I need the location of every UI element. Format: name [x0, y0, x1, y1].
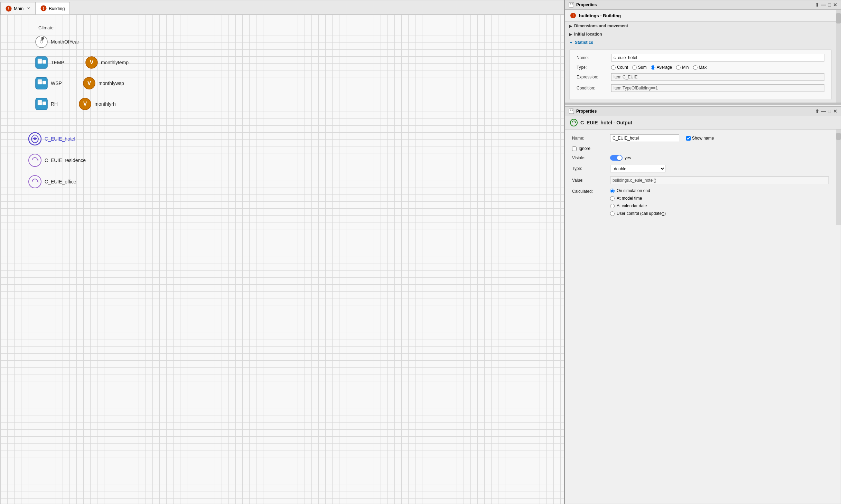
svg-rect-10: [43, 60, 46, 64]
properties-bottom-icon3[interactable]: □: [828, 108, 831, 114]
properties-panel-icon: [569, 2, 574, 8]
buildings-title: buildings - Building: [579, 13, 621, 18]
properties-bottom-title: Properties: [576, 109, 597, 114]
type-sum[interactable]: Sum: [632, 65, 647, 70]
statistics-name-input[interactable]: [611, 54, 824, 61]
properties-top-icon1[interactable]: ⬆: [815, 2, 819, 8]
svg-text:!: !: [8, 7, 9, 11]
tab-building[interactable]: ! Building: [35, 2, 70, 15]
statistics-expression-input[interactable]: [611, 73, 824, 81]
dimensions-section-header[interactable]: Dimensions and movement: [565, 22, 836, 30]
canvas-item-monthlyrh[interactable]: V monthlyrh: [78, 97, 115, 111]
output-value-input[interactable]: [610, 177, 829, 184]
wsp-icon: [35, 77, 48, 90]
tab-main-close[interactable]: ✕: [27, 6, 30, 11]
output-c-euie-residence[interactable]: C_EUIE_residence: [28, 153, 550, 167]
tab-main[interactable]: ! Main ✕: [0, 2, 35, 15]
output-name-input[interactable]: [610, 134, 679, 142]
output-c-euie-office[interactable]: C_EUIE_office: [28, 175, 550, 189]
statistics-type-row: Type: Count Sum Average: [577, 65, 824, 70]
toggle-thumb: [617, 155, 622, 160]
canvas-item-monthlywsp[interactable]: V monthlywsp: [83, 77, 124, 90]
properties-top-icon2[interactable]: —: [821, 2, 826, 8]
properties-top-scrollbar[interactable]: [836, 10, 841, 103]
properties-bottom-icon1[interactable]: ⬆: [815, 108, 819, 114]
ignore-label: Ignore: [579, 146, 590, 151]
monthlywsp-label: monthlywsp: [99, 80, 124, 86]
output-type-select[interactable]: double int boolean String: [610, 165, 665, 172]
type-count[interactable]: Count: [611, 65, 628, 70]
svg-rect-14: [38, 79, 42, 84]
type-max[interactable]: Max: [693, 65, 707, 70]
canvas-row-wsp: WSP V monthlywsp: [35, 77, 550, 90]
svg-text:V: V: [90, 59, 94, 65]
show-name-label: Show name: [692, 136, 714, 141]
properties-top-icon3[interactable]: □: [828, 2, 831, 8]
output-c-euie-hotel[interactable]: C_EUIE_hotel: [28, 132, 550, 146]
statistics-type-radio-group: Count Sum Average Min: [611, 65, 707, 70]
canvas-item-wsp[interactable]: WSP: [35, 77, 62, 90]
tab-bar: ! Main ✕ ! Building: [0, 0, 564, 15]
c-euie-residence-label: C_EUIE_residence: [45, 158, 86, 163]
tab-building-label: Building: [49, 6, 65, 11]
ignore-checkbox[interactable]: [572, 146, 577, 151]
c-euie-residence-icon: [28, 153, 42, 167]
svg-text:!: !: [43, 6, 44, 10]
initial-location-section-header[interactable]: Initial location: [565, 30, 836, 38]
properties-bottom-body: Name: Show name Ignore Visi: [565, 130, 841, 225]
calc-at-model-time[interactable]: At model time: [610, 196, 666, 201]
ignore-row[interactable]: Ignore: [572, 146, 829, 151]
calc-on-sim-end[interactable]: On simulation end: [610, 188, 666, 193]
visible-label: Visible:: [572, 155, 607, 160]
monthofyear-icon: [35, 35, 48, 48]
properties-top-header-icons: ⬆ — □ ✕: [815, 2, 837, 8]
statistics-name-row: Name:: [577, 54, 824, 61]
type-average[interactable]: Average: [651, 65, 672, 70]
svg-rect-37: [572, 3, 573, 4]
calc-user-control[interactable]: User control (call update()): [610, 211, 666, 216]
canvas-item-rh[interactable]: RH: [35, 97, 58, 111]
visible-toggle[interactable]: yes: [610, 155, 631, 161]
wsp-label: WSP: [51, 80, 62, 86]
buildings-title-icon: !: [570, 12, 576, 19]
canvas-item-temp[interactable]: TEMP: [35, 56, 64, 69]
canvas-item-monthofyear[interactable]: MonthOfYear: [35, 35, 550, 48]
statistics-section-header[interactable]: Statistics: [565, 38, 836, 47]
canvas-panel: ! Main ✕ ! Building Climate: [0, 0, 564, 504]
calc-at-calendar-date[interactable]: At calendar date: [610, 203, 666, 208]
properties-top-close[interactable]: ✕: [833, 2, 837, 8]
svg-rect-21: [38, 100, 42, 105]
output-name-label: Name:: [572, 136, 607, 141]
svg-point-5: [40, 40, 43, 43]
properties-bottom-icon2[interactable]: —: [821, 108, 826, 114]
output-name-row: Name: Show name: [572, 134, 829, 142]
main-tab-icon: !: [6, 6, 12, 12]
output-title-row: C_EUIE_hotel - Output: [565, 116, 841, 130]
svg-text:!: !: [572, 14, 573, 18]
output-value-row: Value:: [572, 177, 829, 184]
visible-value: yes: [625, 155, 631, 160]
show-name-checkbox[interactable]: [686, 136, 691, 141]
statistics-condition-input[interactable]: [611, 84, 824, 92]
properties-top-header-left: Properties: [569, 2, 597, 8]
svg-point-29: [29, 154, 41, 167]
toggle-track[interactable]: [610, 155, 623, 161]
calculated-label: Calculated:: [572, 188, 607, 194]
monthlyrh-label: monthlyrh: [94, 101, 115, 107]
properties-bottom-panel-icon: [569, 108, 574, 114]
canvas-row-rh: RH V monthlyrh: [35, 97, 550, 111]
calculated-row: Calculated: On simulation end At model t…: [572, 188, 829, 216]
properties-panel: Properties ⬆ — □ ✕ !: [564, 0, 841, 504]
output-value-label: Value:: [572, 178, 607, 183]
svg-text:V: V: [83, 101, 87, 107]
canvas-item-monthlytemp[interactable]: V monthlytemp: [85, 56, 129, 69]
c-euie-hotel-icon: [28, 132, 42, 146]
initial-location-label: Initial location: [574, 32, 602, 37]
canvas-row-temp: TEMP V monthlytemp: [35, 56, 550, 69]
tab-main-label: Main: [14, 6, 24, 11]
properties-bottom-close[interactable]: ✕: [833, 108, 837, 114]
type-min[interactable]: Min: [676, 65, 689, 70]
statistics-arrow: [569, 41, 573, 45]
show-name-row[interactable]: Show name: [686, 136, 714, 141]
properties-bottom-scrollbar[interactable]: [836, 130, 841, 225]
